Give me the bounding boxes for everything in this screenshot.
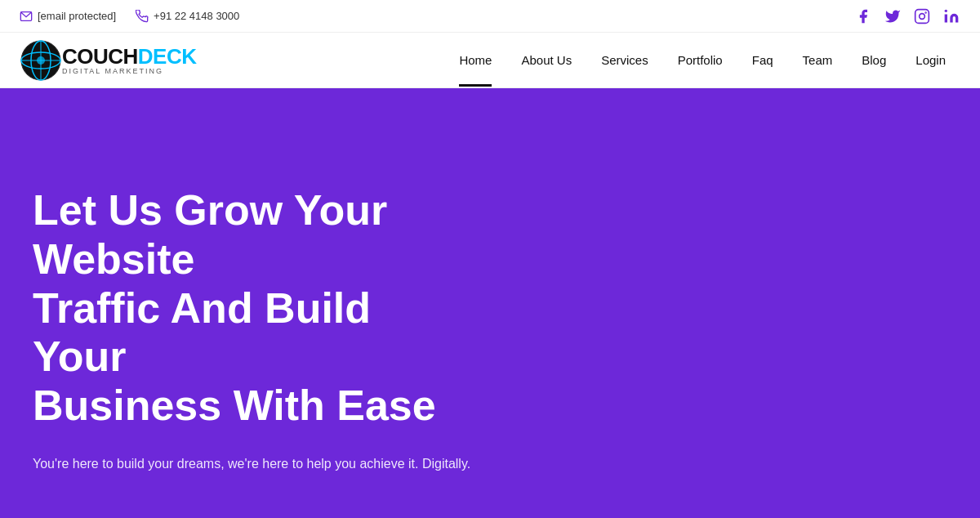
nav-item-blog[interactable]: Blog (847, 33, 901, 87)
logo-couch: COUCH (62, 46, 138, 67)
nav-link-about[interactable]: About Us (506, 33, 586, 87)
nav-link-home[interactable]: Home (444, 33, 506, 87)
hero-title-line1: Let Us Grow Your Website (33, 186, 387, 283)
nav-item-login[interactable]: Login (901, 33, 960, 87)
logo-globe-icon (20, 39, 62, 82)
phone-icon (136, 10, 149, 23)
email-icon (20, 10, 33, 23)
nav-link-services[interactable]: Services (586, 33, 663, 87)
nav-item-portfolio[interactable]: Portfolio (663, 33, 737, 87)
top-bar-contacts: [email protected] +91 22 4148 3000 (20, 10, 239, 23)
hero-subtitle: You're here to build your dreams, we're … (33, 453, 474, 475)
nav-link-faq[interactable]: Faq (737, 33, 788, 87)
email-text: [email protected] (38, 10, 116, 22)
svg-point-2 (920, 13, 925, 19)
nav-links: Home About Us Services Portfolio Faq Tea… (444, 33, 960, 87)
nav-item-about[interactable]: About Us (506, 33, 586, 87)
svg-point-4 (945, 9, 947, 11)
nav-item-faq[interactable]: Faq (737, 33, 788, 87)
logo[interactable]: COUCHDECK DIGITAL MARKETING (20, 39, 197, 82)
phone-text: +91 22 4148 3000 (154, 10, 239, 22)
email-contact: [email protected] (20, 10, 116, 23)
hero-title: Let Us Grow Your Website Traffic And Bui… (33, 186, 474, 431)
svg-point-10 (37, 56, 45, 65)
nav-link-team[interactable]: Team (788, 33, 848, 87)
twitter-icon[interactable] (884, 7, 902, 25)
nav-link-portfolio[interactable]: Portfolio (663, 33, 737, 87)
logo-subtitle: DIGITAL MARKETING (62, 68, 197, 75)
hero-title-line2: Traffic And Build Your (33, 284, 371, 381)
svg-rect-1 (915, 9, 929, 23)
linkedin-icon[interactable] (942, 7, 960, 25)
instagram-icon[interactable] (913, 7, 931, 25)
nav-item-home[interactable]: Home (444, 33, 506, 87)
top-bar: [email protected] +91 22 4148 3000 (0, 0, 980, 33)
logo-deck: DECK (138, 46, 197, 67)
hero-section: Let Us Grow Your Website Traffic And Bui… (0, 88, 980, 518)
nav-item-team[interactable]: Team (788, 33, 848, 87)
logo-text: COUCHDECK DIGITAL MARKETING (62, 46, 197, 75)
hero-content: Let Us Grow Your Website Traffic And Bui… (33, 186, 474, 475)
nav-link-login[interactable]: Login (901, 33, 960, 87)
facebook-icon[interactable] (854, 7, 872, 25)
nav-item-services[interactable]: Services (586, 33, 663, 87)
hero-title-line3: Business With Ease (33, 382, 436, 429)
navbar: COUCHDECK DIGITAL MARKETING Home About U… (0, 33, 980, 88)
svg-point-3 (925, 12, 926, 13)
nav-link-blog[interactable]: Blog (847, 33, 901, 87)
phone-contact: +91 22 4148 3000 (136, 10, 239, 23)
social-icons (854, 7, 960, 25)
